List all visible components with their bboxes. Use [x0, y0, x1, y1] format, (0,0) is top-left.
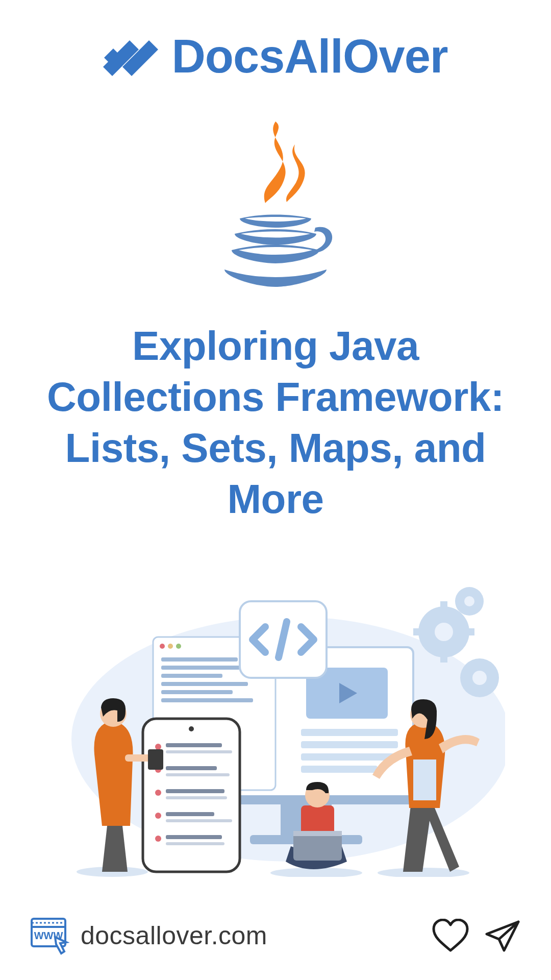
svg-point-17: [472, 671, 487, 685]
heart-icon[interactable]: [432, 919, 469, 952]
svg-rect-43: [161, 698, 253, 702]
svg-point-47: [189, 726, 194, 731]
svg-rect-53: [166, 773, 230, 776]
svg-rect-61: [166, 835, 222, 839]
svg-rect-50: [166, 750, 232, 753]
svg-rect-66: [148, 749, 163, 770]
svg-point-54: [155, 790, 161, 796]
page-title: Exploring Java Collections Framework: Li…: [0, 321, 551, 525]
svg-rect-28: [301, 729, 398, 736]
browser-www-icon: WWW: [30, 916, 69, 955]
svg-point-57: [155, 813, 161, 819]
svg-point-60: [155, 836, 161, 842]
svg-point-15: [435, 623, 453, 641]
svg-rect-59: [166, 819, 232, 822]
svg-rect-41: [161, 682, 248, 686]
footer-right: [432, 919, 521, 952]
slashes-icon: [103, 34, 159, 79]
svg-rect-62: [166, 842, 224, 845]
svg-rect-38: [161, 657, 238, 662]
header: DocsAllOver: [103, 30, 447, 83]
svg-rect-31: [301, 766, 378, 773]
svg-rect-58: [166, 812, 214, 816]
svg-rect-40: [161, 674, 222, 678]
hero-illustration: [46, 571, 505, 877]
svg-rect-49: [166, 743, 222, 747]
svg-point-72: [378, 868, 469, 877]
svg-rect-30: [301, 753, 398, 761]
svg-point-35: [160, 644, 165, 649]
svg-rect-52: [166, 766, 217, 770]
paper-plane-icon[interactable]: [484, 919, 521, 952]
svg-rect-55: [166, 789, 224, 793]
svg-point-48: [155, 744, 161, 750]
java-icon: [209, 116, 342, 290]
svg-rect-71: [293, 831, 342, 836]
svg-point-37: [176, 644, 181, 649]
website-url[interactable]: docsallover.com: [81, 921, 267, 950]
svg-rect-29: [301, 741, 398, 748]
svg-point-19: [464, 596, 474, 606]
brand-name: DocsAllOver: [171, 30, 447, 83]
svg-rect-56: [166, 796, 227, 799]
svg-point-36: [168, 644, 173, 649]
svg-rect-73: [413, 760, 436, 800]
footer-left: WWW docsallover.com: [30, 916, 267, 955]
svg-rect-42: [161, 690, 233, 694]
footer: WWW docsallover.com: [0, 916, 551, 955]
